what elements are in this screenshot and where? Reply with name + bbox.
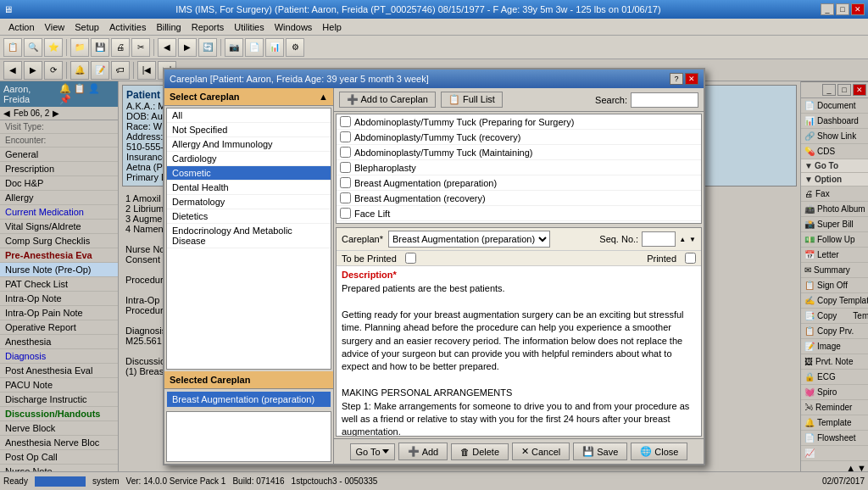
careplan-detail-body: Description* Prepared patients are the b… [337, 266, 701, 436]
careplan-item-endocrinology[interactable]: Endocrinology And Metabolic Disease [167, 224, 331, 248]
careplan-list[interactable]: All Not Specified Allergy And Immunology… [166, 108, 331, 370]
toolbar-btn-14[interactable]: ⚙ [286, 38, 304, 57]
delete-button[interactable]: 🗑 Delete [451, 443, 509, 460]
toolbar-btn-11[interactable]: 📷 [225, 38, 243, 57]
cancel-icon: ✕ [521, 446, 529, 457]
close-button[interactable]: 🌐 Close [631, 443, 687, 460]
delete-icon: 🗑 [460, 447, 470, 457]
menu-utilities[interactable]: Utilities [229, 20, 269, 34]
cancel-button[interactable]: ✕ Cancel [512, 443, 570, 460]
careplan-checkbox-0[interactable] [340, 116, 351, 127]
toolbar-btn-5[interactable]: 💾 [91, 38, 109, 57]
careplan-item-row-5: Breast Augmentation (recovery) [337, 191, 701, 206]
maximize-button[interactable]: □ [836, 3, 849, 15]
app-icon: 🖥 [3, 4, 13, 14]
careplan-scroll-icon[interactable]: ▲ [319, 92, 328, 102]
toolbar-btn-6[interactable]: 🖨 [111, 38, 130, 57]
search-area: Search: [595, 92, 698, 108]
modal-controls: ? ✕ [670, 73, 698, 85]
toolbar-sep-1 [66, 39, 67, 56]
careplan-detail: Careplan* Breast Augmentation (preparati… [336, 227, 702, 437]
toolbar-btn-4[interactable]: 📁 [70, 38, 89, 57]
careplan-field-label: Careplan* [342, 234, 383, 244]
menu-view[interactable]: View [40, 20, 70, 34]
menu-billing[interactable]: Billing [151, 20, 186, 34]
selected-careplan-list [166, 411, 331, 462]
careplan-item-not-specified[interactable]: Not Specified [167, 123, 331, 137]
careplan-checkbox-6[interactable] [340, 208, 351, 219]
seq-spinner-down[interactable]: ▼ [689, 236, 696, 243]
full-list-btn[interactable]: 📋 Full List [441, 92, 503, 108]
careplan-dropdown[interactable]: Breast Augmentation (preparation) [388, 231, 550, 248]
careplan-checkbox-1[interactable] [340, 131, 351, 142]
printed-checkbox[interactable] [685, 253, 696, 264]
selected-careplan-item: Breast Augmentation (preparation) [167, 392, 331, 407]
save-button[interactable]: 💾 Save [573, 443, 627, 460]
careplan-checkbox-2[interactable] [340, 147, 351, 158]
menu-setup[interactable]: Setup [70, 20, 104, 34]
toolbar-btn-9[interactable]: ▶ [178, 38, 197, 57]
select-careplan-header: Select Careplan ▲ [164, 88, 333, 106]
add-to-careplan-btn[interactable]: ➕ Add to Careplan [339, 92, 436, 108]
seq-input[interactable] [642, 231, 676, 247]
printed-label: Printed [647, 253, 676, 264]
careplan-modal: Careplan [Patient: Aaron, Freida Age: 39… [163, 68, 705, 465]
careplan-checkbox-3[interactable] [340, 162, 351, 173]
careplan-item-allergy[interactable]: Allergy And Immunology [167, 137, 331, 152]
careplan-item-row-4: Breast Augmentation (preparation) [337, 175, 701, 191]
menu-activities[interactable]: Activities [104, 20, 151, 34]
window-controls: _ □ ✕ [821, 3, 865, 15]
add-button[interactable]: ➕ Add [398, 443, 448, 460]
modal-body: Select Careplan ▲ All Not Specified Alle… [164, 88, 704, 464]
seq-area: Seq. No.: ▲ ▼ [599, 231, 696, 247]
to-be-printed-checkbox[interactable] [405, 253, 416, 264]
careplan-item-row-6: Face Lift [337, 206, 701, 221]
description-text: Prepared patients are the best patients.… [342, 282, 696, 436]
modal-help-button[interactable]: ? [670, 73, 683, 85]
careplan-checkbox-5[interactable] [340, 192, 351, 203]
modal-close-button[interactable]: ✕ [685, 73, 698, 85]
close-button[interactable]: ✕ [851, 3, 865, 15]
careplan-checkbox-4[interactable] [340, 177, 351, 188]
careplan-item-all[interactable]: All [167, 109, 331, 123]
careplan-item-cosmetic[interactable]: Cosmetic [167, 166, 331, 181]
modal-title-bar: Careplan [Patient: Aaron, Freida Age: 39… [164, 70, 704, 88]
search-input[interactable] [631, 92, 698, 108]
to-be-printed-label: To be Printed [342, 253, 397, 264]
careplan-checkbox-7[interactable] [340, 223, 351, 224]
menu-bar: Action View Setup Activities Billing Rep… [0, 19, 868, 36]
print-row: To be Printed Printed [337, 251, 701, 266]
menu-windows[interactable]: Windows [270, 20, 318, 34]
save-icon: 💾 [582, 446, 594, 457]
careplan-item-dietetics[interactable]: Dietetics [167, 209, 331, 224]
menu-reports[interactable]: Reports [186, 20, 230, 34]
minimize-button[interactable]: _ [821, 3, 834, 15]
toolbar-btn-3[interactable]: ⭐ [44, 38, 63, 57]
seq-spinner-up[interactable]: ▲ [679, 236, 686, 243]
careplan-item-dental[interactable]: Dental Health [167, 181, 331, 195]
toolbar-btn-13[interactable]: 📊 [265, 38, 284, 57]
add-icon: ➕ [347, 94, 359, 104]
toolbar-sep-3 [220, 39, 221, 56]
modal-right-section: ➕ Add to Careplan 📋 Full List Search: [334, 88, 704, 464]
menu-help[interactable]: Help [317, 20, 347, 34]
description-label: Description* [342, 270, 696, 280]
careplan-item-row-1: Abdominoplasty/Tummy Tuck (recovery) [337, 130, 701, 145]
toolbar-btn-7[interactable]: ✂ [131, 38, 150, 57]
careplan-item-dermatology[interactable]: Dermatology [167, 195, 331, 209]
goto-button[interactable]: Go To [350, 443, 395, 460]
toolbar-btn-12[interactable]: 📄 [245, 38, 264, 57]
add-footer-icon: ➕ [408, 446, 420, 457]
menu-action[interactable]: Action [3, 20, 40, 34]
toolbar-btn-8[interactable]: ◀ [158, 38, 176, 57]
toolbar-1: 📋 🔍 ⭐ 📁 💾 🖨 ✂ ◀ ▶ 🔄 📷 📄 📊 ⚙ [0, 36, 868, 59]
search-label: Search: [595, 95, 627, 105]
toolbar-btn-10[interactable]: 🔄 [198, 38, 217, 57]
toolbar-btn-1[interactable]: 📋 [3, 38, 22, 57]
careplan-item-row-7: Fat Grafting [337, 221, 701, 224]
careplan-item-cardiology[interactable]: Cardiology [167, 152, 331, 166]
selected-careplan-header: Selected Careplan [164, 371, 333, 389]
toolbar-btn-2[interactable]: 🔍 [24, 38, 42, 57]
careplan-detail-header: Careplan* Breast Augmentation (preparati… [337, 228, 701, 251]
careplan-items-container: Abdominoplasty/Tummy Tuck (Preparing for… [336, 114, 702, 224]
